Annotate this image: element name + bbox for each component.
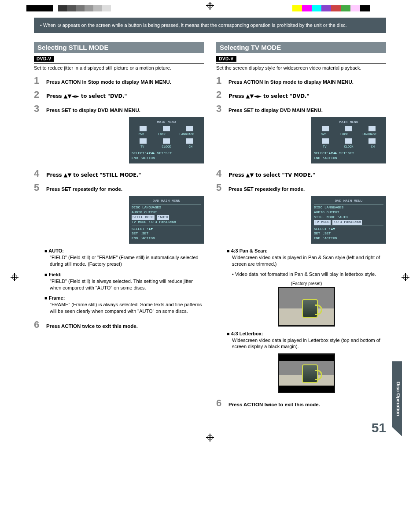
page-number: 51 [34,420,386,435]
step-text: Press SET repeatedly for mode. [46,186,122,192]
step-text: Press ▲▼◄► to select "DVD." [46,93,127,99]
mode-heading: 4:3 Pan & Scan: [227,248,386,253]
osd-icon [345,138,352,144]
osd-title: MAIN MENU [132,120,201,125]
osd-label: LOCK [158,133,166,137]
osd-footer: SET :SET [314,231,383,236]
osd-footer: END :ACTION [314,236,383,241]
step-text: Press ▲▼◄► to select "DVD." [228,93,309,99]
osd-label: LOCK [340,133,348,137]
osd-icon [368,138,376,144]
osd-label: DVD [139,133,144,137]
osd-main-menu: MAIN MENU DVDLOCKLANGUAGE TVCLOCKCH SELE… [129,117,204,163]
osd-footer: SELECT:▲▼◄► SET:SET [314,151,383,156]
step-2: 2Press ▲▼◄► to select "DVD." [216,89,386,100]
osd-icon [322,126,329,131]
step-text: Press SET repeatedly for mode. [228,186,305,192]
osd-footer: END :ACTION [132,156,201,161]
column-tv-mode: Selecting TV MODE DVD-V Set the screen d… [216,42,386,412]
osd-line: AUDIO OUTPUT [314,210,383,215]
mode-desc: "FIELD" (Field still) is always selected… [50,278,204,291]
step-number: 5 [34,182,42,193]
print-color-bar-right [292,5,394,11]
osd-label: LANGUAGE [362,133,377,137]
registration-mark-right [402,273,409,281]
mode-desc: "FRAME" (Frame still) is always selected… [50,301,204,315]
osd-line: STILL MODE :AUTO [132,215,201,220]
section-heading-still: Selecting STILL MODE [34,42,204,53]
mode-heading: Frame: [44,295,204,301]
osd-icon [163,138,170,144]
osd-line: TV MODE :4:3 Pan&Scan [132,220,201,225]
osd-title: DVD MAIN MENU [132,199,201,204]
osd-dvd-main-menu: DVD MAIN MENU DISC LANGUAGES AUDIO OUTPU… [311,196,386,244]
prohibition-note: • When ⊘ appears on the screen while a b… [34,18,386,33]
section-heading-tv: Selecting TV MODE [216,42,386,53]
dvd-v-badge: DVD-V [216,56,236,62]
osd-label: DVD [321,133,327,137]
step-text: Press ▲▼ to select "TV MODE." [228,172,315,178]
step-text: Press ▲▼ to select "STILL MODE." [46,172,141,178]
step-4: 4Press ▲▼ to select "STILL MODE." [34,168,204,179]
mode-pan-scan: 4:3 Pan & Scan: Widescreen video data is… [227,248,386,327]
tv-image-pan-scan [278,287,335,327]
registration-mark-top [206,2,214,10]
step-text: Press ACTION twice to exit this mode. [228,402,320,407]
registration-mark-left [11,273,18,281]
osd-footer: END :ACTION [314,156,383,161]
mode-heading: Field: [44,272,204,277]
osd-footer: SET :SET [132,231,201,236]
mode-heading: 4:3 Letterbox: [227,331,386,336]
step-1: 1Press ACTION in Stop mode to display MA… [34,75,204,86]
osd-dvd-main-menu: DVD MAIN MENU DISC LANGUAGES AUDIO OUTPU… [129,196,204,244]
step-6: 6Press ACTION twice to exit this mode. [216,397,386,409]
osd-label: LANGUAGE [180,133,195,137]
factory-preset-label: (Factory preset) [227,281,386,286]
tv-intro: Set the screen display style for widescr… [216,63,386,71]
step-number: 2 [34,89,42,100]
osd-label: CLOCK [162,145,171,149]
mode-auto: AUTO: "FIELD" (Field still) or "FRAME" (… [44,248,204,267]
osd-footer: SELECT :▲▼ [132,227,201,232]
step-number: 6 [216,397,224,409]
mode-letterbox: 4:3 Letterbox: Widescreen video data is … [227,331,386,394]
step-4: 4Press ▲▼ to select "TV MODE." [216,168,386,179]
osd-line: TV MODE :4:3 Pan&Scan [314,220,383,225]
page-content: • When ⊘ appears on the screen while a b… [34,18,386,435]
osd-icon [186,138,193,144]
mode-desc: "FIELD" (Field still) or "FRAME" (Frame … [50,254,204,267]
step-1: 1Press ACTION in Stop mode to display MA… [216,75,386,86]
step-number: 3 [216,103,224,115]
osd-footer: SELECT :▲▼ [314,227,383,232]
still-intro: Set to reduce jitter in a displayed stil… [34,63,204,71]
osd-main-menu: MAIN MENU DVDLOCKLANGUAGE TVCLOCKCH SELE… [311,117,386,163]
step-text: Press ACTION in Stop mode to display MAI… [46,79,171,85]
step-5: 5Press SET repeatedly for mode. [216,182,386,193]
osd-icon [140,138,147,144]
osd-line: DISC LANGUAGES [314,205,383,210]
step-3: 3Press SET to display DVD MAIN MENU. [216,103,386,115]
step-number: 2 [216,89,224,100]
step-number: 4 [34,168,42,179]
osd-icon [368,126,376,131]
step-text: Press SET to display DVD MAIN MENU. [228,108,323,113]
osd-icon [186,126,193,131]
print-color-bar-left [26,5,141,11]
step-6: 6Press ACTION twice to exit this mode. [34,319,204,330]
column-still-mode: Selecting STILL MODE DVD-V Set to reduce… [34,42,204,412]
osd-icon [140,126,147,131]
osd-label: CH [371,145,375,149]
step-text: Press ACTION in Stop mode to display MAI… [228,79,354,85]
osd-label: TV [140,145,144,149]
mode-desc: Widescreen video data is played in Pan &… [232,254,386,267]
step-text: Press ACTION twice to exit this mode. [46,323,138,329]
osd-line: STILL MODE :AUTO [314,215,383,220]
mode-heading: AUTO: [44,248,204,253]
osd-label: CH [189,145,192,149]
osd-label: CLOCK [344,145,353,149]
step-number: 6 [34,319,42,330]
mode-frame: Frame: "FRAME" (Frame still) is always s… [44,295,204,315]
step-2: 2Press ▲▼◄► to select "DVD." [34,89,204,100]
osd-icon [345,126,352,131]
mode-field: Field: "FIELD" (Field still) is always s… [44,272,204,291]
